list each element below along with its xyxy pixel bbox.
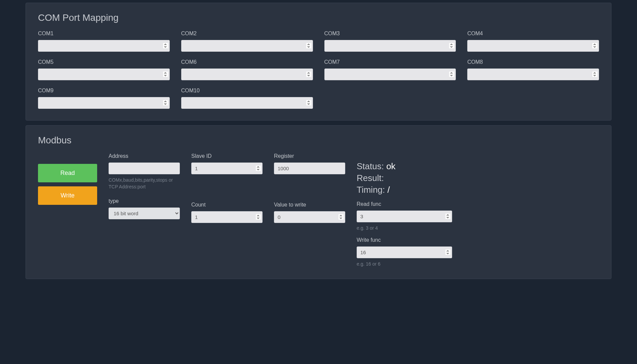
modbus-title: Modbus (38, 135, 599, 146)
com-port-input[interactable] (38, 40, 170, 52)
result-label: Result: (357, 173, 384, 183)
com-port-label: COM7 (324, 59, 456, 65)
com-port-input[interactable] (324, 69, 456, 80)
com-port-field: COM2 (181, 31, 313, 52)
com-port-label: COM4 (467, 31, 599, 37)
write-func-input[interactable] (357, 246, 452, 258)
com-port-label: COM5 (38, 59, 170, 65)
com-port-input[interactable] (181, 40, 313, 52)
modbus-col-address: Address COMx,baud,bits,parity,stops or T… (109, 153, 180, 219)
read-func-input[interactable] (357, 211, 452, 222)
com-port-field: COM6 (181, 59, 313, 80)
com-port-label: COM2 (181, 31, 313, 37)
com-port-mapping-panel: COM Port Mapping COM1COM2COM3COM4COM5COM… (26, 3, 611, 121)
com-port-input[interactable] (181, 97, 313, 109)
timing-label: Timing: (357, 185, 388, 195)
com-port-input[interactable] (38, 97, 170, 109)
status-line: Status: ok (357, 161, 452, 172)
com-port-label: COM6 (181, 59, 313, 65)
com-port-input[interactable] (467, 40, 599, 52)
write-func-label: Write func (357, 237, 452, 243)
type-select[interactable]: 16 bit word (109, 208, 180, 219)
com-port-label: COM1 (38, 31, 170, 37)
com-port-input[interactable] (181, 69, 313, 80)
com-port-input[interactable] (38, 69, 170, 80)
slave-id-input[interactable] (191, 163, 263, 174)
count-label: Count (191, 202, 263, 208)
com-port-label: COM8 (467, 59, 599, 65)
com-port-field: COM4 (467, 31, 599, 52)
slave-id-label: Slave ID (191, 153, 263, 159)
read-func-helper: e.g. 3 or 4 (357, 225, 452, 232)
write-func-helper: e.g. 16 or 6 (357, 261, 452, 268)
com-port-field: COM5 (38, 59, 170, 80)
read-button[interactable]: Read (38, 164, 97, 182)
com-port-label: COM9 (38, 88, 170, 94)
type-label: type (109, 198, 180, 204)
timing-line: Timing: / (357, 185, 452, 195)
com-port-input[interactable] (467, 69, 599, 80)
value-to-write-label: Value to write (274, 202, 345, 208)
status-label: Status: (357, 161, 386, 171)
com-port-label: COM3 (324, 31, 456, 37)
address-input[interactable] (109, 163, 180, 174)
com-port-field: COM7 (324, 59, 456, 80)
register-label: Register (274, 153, 345, 159)
modbus-panel: Modbus Read Write Address COMx,baud,bits… (26, 125, 611, 279)
modbus-buttons-col: Read Write (38, 153, 97, 209)
result-line: Result: (357, 173, 452, 183)
com-port-input[interactable] (324, 40, 456, 52)
status-value: ok (386, 161, 395, 171)
com-port-mapping-title: COM Port Mapping (38, 12, 599, 23)
com-port-field: COM10 (181, 88, 313, 109)
read-func-label: Read func (357, 201, 452, 207)
modbus-col-slave: Slave ID Count (191, 153, 263, 223)
com-port-label: COM10 (181, 88, 313, 94)
com-port-field: COM3 (324, 31, 456, 52)
com-port-field: COM9 (38, 88, 170, 109)
address-helper: COMx,baud,bits,parity,stops or TCP Addre… (109, 177, 180, 190)
modbus-col-status: Status: ok Result: Timing: / Read func e… (357, 153, 452, 267)
address-label: Address (109, 153, 180, 159)
modbus-col-register: Register Value to write (274, 153, 345, 223)
com-port-field: COM1 (38, 31, 170, 52)
count-input[interactable] (191, 211, 263, 223)
timing-value: / (388, 185, 390, 195)
com-port-grid: COM1COM2COM3COM4COM5COM6COM7COM8COM9COM1… (38, 31, 599, 109)
value-to-write-input[interactable] (274, 211, 345, 223)
com-port-field: COM8 (467, 59, 599, 80)
write-button[interactable]: Write (38, 186, 97, 205)
register-input[interactable] (274, 163, 345, 174)
